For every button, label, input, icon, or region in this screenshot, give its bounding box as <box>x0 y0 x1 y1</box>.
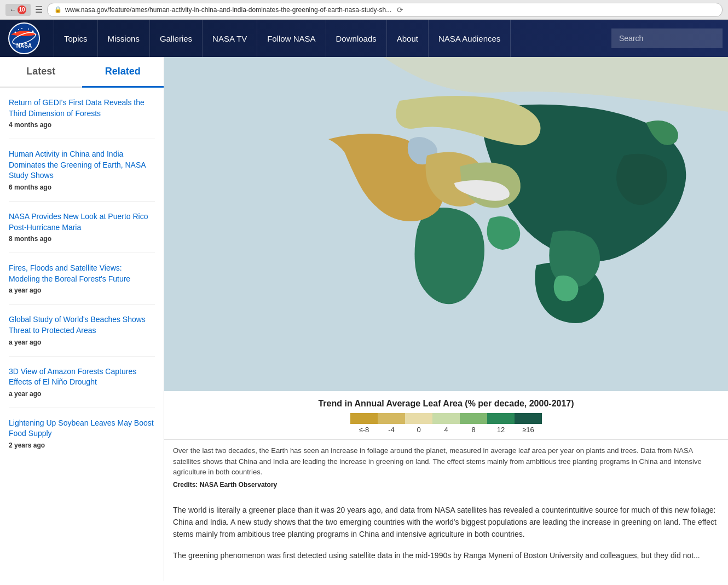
list-item[interactable]: Return of GEDI's First Data Reveals the … <box>9 88 155 139</box>
legend-area: Trend in Annual Average Leaf Area (% per… <box>164 391 728 439</box>
caption-text: Over the last two decades, the Earth has… <box>173 445 719 478</box>
hero-image-container: Trend in Annual Average Leaf Area (% per… <box>164 57 728 439</box>
list-item[interactable]: Lightening Up Soybean Leaves May Boost F… <box>9 408 155 459</box>
article-body: The world is literally a greener place t… <box>164 493 728 582</box>
caption-credits: Credits: NASA Earth Observatory <box>173 480 719 490</box>
svg-point-3 <box>15 32 16 33</box>
nav-topics[interactable]: Topics <box>54 20 98 57</box>
svg-point-5 <box>21 28 22 29</box>
article-time: a year ago <box>9 390 155 398</box>
svg-point-4 <box>18 29 19 30</box>
article-time: 6 months ago <box>9 183 155 191</box>
article-title[interactable]: NASA Provides New Look at Puerto Rico Po… <box>9 211 155 233</box>
refresh-icon[interactable]: ⟳ <box>397 5 403 14</box>
url-text: www.nasa.gov/feature/ames/human-activity… <box>65 6 391 14</box>
nav-galleries[interactable]: Galleries <box>150 20 203 57</box>
svg-point-7 <box>32 31 34 32</box>
list-item[interactable]: Human Activity in China and India Domina… <box>9 139 155 202</box>
article-title[interactable]: Human Activity in China and India Domina… <box>9 149 155 181</box>
article-time: 4 months ago <box>9 121 155 129</box>
article-time: a year ago <box>9 286 155 294</box>
article-time: 2 years ago <box>9 441 155 449</box>
nasa-navigation: NASA Topics Missions Galleries NASA TV F… <box>0 20 728 57</box>
nav-items: Topics Missions Galleries NASA TV Follow… <box>54 20 606 57</box>
sidebar-article-list: Return of GEDI's First Data Reveals the … <box>0 88 164 459</box>
back-button[interactable]: ← 10 <box>5 4 31 16</box>
article-para-2: The greening phenomenon was first detect… <box>173 549 719 561</box>
content-area: Trend in Annual Average Leaf Area (% per… <box>164 57 728 581</box>
caption-area: Over the last two decades, the Earth has… <box>164 439 728 493</box>
browser-bar: ← 10 ☰ 🔒 www.nasa.gov/feature/ames/human… <box>0 0 728 20</box>
legend-labels: ≤-8-404812≥16 <box>164 426 728 434</box>
list-item[interactable]: Fires, Floods and Satellite Views: Model… <box>9 253 155 305</box>
back-icon: ← <box>10 6 16 14</box>
sidebar-tabs: Latest Related <box>0 57 164 88</box>
hero-map <box>164 57 728 391</box>
legend-title: Trend in Annual Average Leaf Area (% per… <box>164 399 728 409</box>
list-item[interactable]: NASA Provides New Look at Puerto Rico Po… <box>9 202 155 253</box>
menu-icon[interactable]: ☰ <box>35 4 43 15</box>
article-title[interactable]: Lightening Up Soybean Leaves May Boost F… <box>9 418 155 439</box>
nav-follow-nasa[interactable]: Follow NASA <box>257 20 326 57</box>
article-title[interactable]: 3D View of Amazon Forests Captures Effec… <box>9 366 155 388</box>
nav-nasa-audiences[interactable]: NASA Audiences <box>429 20 511 57</box>
article-time: 8 months ago <box>9 235 155 243</box>
nav-downloads[interactable]: Downloads <box>326 20 387 57</box>
nav-missions[interactable]: Missions <box>98 20 150 57</box>
legend-bar <box>164 413 728 424</box>
url-bar[interactable]: 🔒 www.nasa.gov/feature/ames/human-activi… <box>47 3 723 17</box>
nasa-logo[interactable]: NASA <box>5 22 43 54</box>
svg-text:NASA: NASA <box>16 43 32 49</box>
article-para-1: The world is literally a greener place t… <box>173 504 719 541</box>
tab-latest[interactable]: Latest <box>0 57 82 88</box>
list-item[interactable]: Global Study of World's Beaches Shows Th… <box>9 305 155 356</box>
article-title[interactable]: Fires, Floods and Satellite Views: Model… <box>9 263 155 284</box>
main-container: Latest Related Return of GEDI's First Da… <box>0 57 728 581</box>
svg-point-6 <box>28 28 29 30</box>
notification-badge: 10 <box>18 5 26 14</box>
article-title[interactable]: Global Study of World's Beaches Shows Th… <box>9 314 155 336</box>
nav-about[interactable]: About <box>387 20 429 57</box>
lock-icon: 🔒 <box>54 6 62 13</box>
list-item[interactable]: 3D View of Amazon Forests Captures Effec… <box>9 357 155 408</box>
article-time: a year ago <box>9 339 155 346</box>
search-input[interactable] <box>611 28 723 48</box>
nav-nasa-tv[interactable]: NASA TV <box>203 20 257 57</box>
article-title[interactable]: Return of GEDI's First Data Reveals the … <box>9 97 155 119</box>
tab-related[interactable]: Related <box>82 57 164 88</box>
sidebar: Latest Related Return of GEDI's First Da… <box>0 57 164 581</box>
